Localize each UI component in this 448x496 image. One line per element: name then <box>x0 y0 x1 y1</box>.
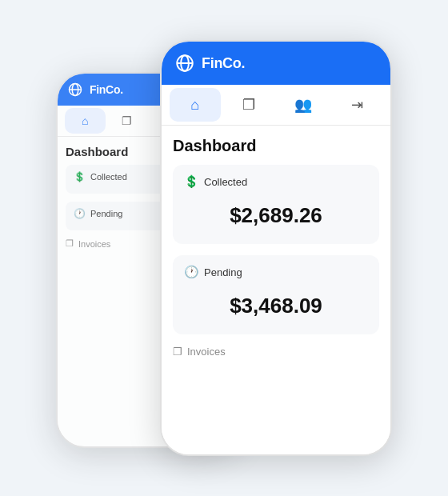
front-collected-icon: 💲 <box>184 174 199 189</box>
front-collected-value: $2,689.26 <box>184 197 368 234</box>
front-invoices-label: ❐ Invoices <box>173 346 379 358</box>
globe-icon-back <box>67 82 83 98</box>
front-home-icon: ⌂ <box>190 97 199 114</box>
front-invoices-icon: ❐ <box>173 346 182 358</box>
front-app-title: FinCo. <box>202 55 245 72</box>
globe-icon-front <box>174 53 195 74</box>
back-nav-home[interactable]: ⌂ <box>65 108 106 134</box>
back-invoices-icon: ❐ <box>66 238 74 249</box>
front-content: Dashboard 💲 Collected $2,689.26 🕐 Pendin… <box>162 126 390 456</box>
front-users-icon: 👥 <box>294 96 312 114</box>
back-home-icon: ⌂ <box>82 114 88 127</box>
front-dashboard-title: Dashboard <box>173 137 379 155</box>
front-nav-home[interactable]: ⌂ <box>170 88 221 122</box>
back-app-title: FinCo. <box>90 83 123 96</box>
back-docs-icon: ❐ <box>122 114 132 127</box>
front-collected-card: 💲 Collected $2,689.26 <box>173 165 379 244</box>
front-collected-label: 💲 Collected <box>184 174 368 189</box>
phone-front: FinCo. ⌂ ❐ 👥 ⇥ Dashboard 💲 Collected <box>160 40 392 456</box>
front-pending-label: 🕐 Pending <box>184 265 368 279</box>
front-nav: ⌂ ❐ 👥 ⇥ <box>162 85 390 126</box>
front-nav-users[interactable]: 👥 <box>278 88 329 122</box>
front-phone-header: FinCo. <box>162 42 390 85</box>
front-nav-logout[interactable]: ⇥ <box>332 88 383 122</box>
phones-container: FinCo. ⌂ ❐ 👥 ⇥ Dashboard 💲 Collected <box>56 24 392 472</box>
front-docs-icon: ❐ <box>242 96 255 114</box>
back-nav-docs[interactable]: ❐ <box>107 108 148 134</box>
front-logout-icon: ⇥ <box>351 96 363 114</box>
back-pending-icon: 🕐 <box>74 208 86 219</box>
front-pending-card: 🕐 Pending $3,468.09 <box>173 255 379 334</box>
front-pending-icon: 🕐 <box>184 265 199 279</box>
front-nav-docs[interactable]: ❐ <box>224 88 275 122</box>
front-pending-value: $3,468.09 <box>184 287 368 325</box>
back-collected-icon: 💲 <box>74 171 86 182</box>
